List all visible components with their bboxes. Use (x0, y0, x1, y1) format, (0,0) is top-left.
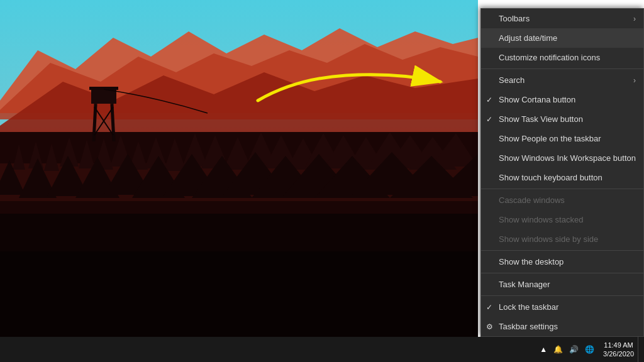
menu-item-cascade-windows: Cascade windows (481, 190, 643, 210)
menu-item-label: Adjust date/time (499, 33, 557, 43)
menu-item-label: Show Task View button (499, 114, 583, 124)
menu-separator (481, 273, 643, 273)
tray-chevron-icon[interactable]: ▲ (537, 344, 550, 355)
menu-separator (481, 250, 643, 251)
menu-item-label: Show People on the taskbar (499, 134, 601, 143)
menu-item-label: Cascade windows (499, 195, 565, 205)
menu-item-show-cortana[interactable]: ✓Show Cortana button (481, 90, 643, 109)
menu-item-label: Search (499, 75, 525, 85)
checkmark-icon: ✓ (486, 96, 492, 104)
menu-separator (481, 69, 643, 69)
menu-item-label: Taskbar settings (499, 322, 558, 331)
menu-item-label: Task Manager (499, 280, 550, 289)
menu-item-show-side-by-side: Show windows side by side (481, 229, 643, 249)
menu-item-lock-taskbar[interactable]: ✓Lock the taskbar (481, 297, 643, 317)
submenu-arrow-icon: › (633, 14, 636, 23)
submenu-arrow-icon: › (633, 76, 636, 85)
menu-item-label: Show Cortana button (499, 95, 575, 104)
system-clock[interactable]: 11:49 AM 3/26/2020 (599, 341, 638, 359)
menu-item-customize-notifications[interactable]: Customize notification icons (481, 48, 643, 67)
menu-item-label: Show Windows Ink Workspace button (499, 153, 636, 163)
gear-icon: ⚙ (486, 322, 493, 331)
menu-separator (481, 189, 643, 189)
menu-item-show-people[interactable]: Show People on the taskbar (481, 129, 643, 148)
show-desktop-button[interactable] (638, 337, 641, 362)
menu-item-label: Toolbars (499, 14, 530, 23)
menu-item-show-ink-workspace[interactable]: Show Windows Ink Workspace button (481, 148, 643, 168)
checkmark-icon: ✓ (486, 303, 492, 312)
menu-item-label: Lock the taskbar (499, 302, 558, 312)
menu-item-taskbar-settings[interactable]: ⚙Taskbar settings (481, 317, 643, 336)
system-tray: ▲ 🔔 🔊 🌐 (535, 337, 599, 362)
taskbar: ▲ 🔔 🔊 🌐 11:49 AM 3/26/2020 (0, 337, 644, 362)
menu-item-show-desktop[interactable]: Show the desktop (481, 252, 643, 272)
menu-item-show-taskview[interactable]: ✓Show Task View button (481, 109, 643, 129)
checkmark-icon: ✓ (486, 115, 492, 124)
menu-item-label: Show the desktop (499, 257, 564, 266)
menu-item-label: Customize notification icons (499, 53, 600, 62)
context-menu: Toolbars›Adjust date/timeCustomize notif… (480, 8, 644, 337)
menu-item-label: Show windows stacked (499, 215, 583, 224)
menu-item-toolbars[interactable]: Toolbars› (481, 9, 643, 28)
menu-item-show-touch-keyboard[interactable]: Show touch keyboard button (481, 168, 643, 187)
menu-item-label: Show windows side by side (499, 234, 598, 244)
menu-item-task-manager[interactable]: Task Manager (481, 275, 643, 294)
menu-item-label: Show touch keyboard button (499, 173, 602, 182)
clock-date: 3/26/2020 (603, 349, 634, 358)
menu-item-search[interactable]: Search› (481, 70, 643, 90)
tray-network-icon[interactable]: 🌐 (582, 344, 597, 355)
tray-notification-icon[interactable]: 🔔 (551, 344, 565, 355)
menu-separator (481, 295, 643, 296)
menu-item-adjust-datetime[interactable]: Adjust date/time (481, 28, 643, 48)
menu-item-show-stacked: Show windows stacked (481, 210, 643, 229)
tray-volume-icon[interactable]: 🔊 (567, 344, 581, 355)
clock-time: 11:49 AM (604, 341, 633, 349)
